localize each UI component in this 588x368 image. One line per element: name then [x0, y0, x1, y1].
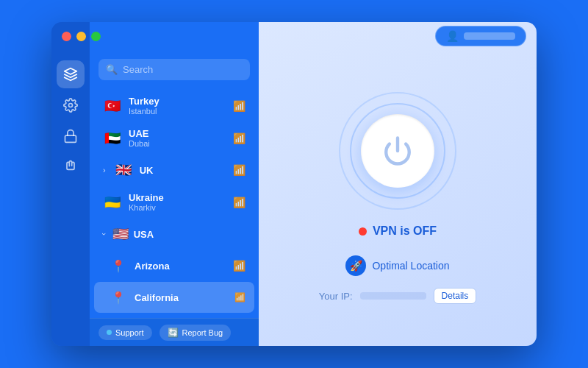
bug-icon: 🔄	[168, 328, 179, 338]
details-button[interactable]: Details	[434, 288, 477, 304]
flag-uk: 🇬🇧	[114, 160, 133, 180]
server-info-usa: USA	[134, 229, 245, 240]
power-button[interactable]	[361, 114, 434, 188]
ip-row: Your IP: Details	[319, 288, 476, 304]
signal-turkey: 📶	[233, 100, 245, 112]
server-city-turkey: Istanbul	[129, 107, 226, 116]
server-item-uae[interactable]: 🇦🇪 UAE Dubai 📶	[94, 122, 254, 154]
status-dot	[359, 227, 367, 236]
signal-arizona: 📶	[233, 260, 245, 272]
power-icon	[382, 135, 413, 166]
flag-turkey: 🇹🇷	[103, 96, 122, 116]
optimal-location-text: Optimal Location	[372, 260, 449, 272]
sidebar-item-protection[interactable]	[57, 153, 85, 181]
ip-value-masked	[360, 292, 426, 300]
location-icon-california: 📍	[109, 288, 128, 307]
search-box[interactable]: 🔍	[98, 59, 250, 80]
ip-label: Your IP:	[319, 291, 353, 302]
user-icon: 👤	[446, 30, 459, 42]
sidebar	[51, 22, 90, 346]
report-label: Report Bug	[182, 328, 223, 337]
expand-arrow-uk: ›	[103, 166, 106, 174]
svg-rect-1	[65, 135, 76, 142]
server-name-uae: UAE	[129, 128, 226, 139]
flag-uae: 🇦🇪	[103, 129, 122, 148]
server-name-usa: USA	[134, 229, 245, 240]
search-icon: 🔍	[106, 64, 118, 75]
server-name-turkey: Turkey	[129, 96, 226, 107]
user-name-masked	[464, 32, 515, 40]
support-button[interactable]: Support	[98, 325, 152, 340]
vpn-status-text: VPN is OFF	[373, 224, 437, 238]
flag-usa: 🇺🇸	[111, 224, 130, 244]
rocket-icon: 🚀	[345, 255, 366, 276]
server-info-arizona: Arizona	[135, 261, 226, 272]
location-icon-arizona: 📍	[109, 256, 128, 275]
server-info-ukraine: Ukraine Kharkiv	[129, 192, 226, 212]
server-info-california: California	[135, 292, 228, 303]
sidebar-item-security[interactable]	[57, 122, 85, 150]
server-name-california: California	[135, 292, 228, 303]
server-panel: 🔍 🇹🇷 Turkey Istanbul 📶 🇦🇪 UAE Dubai	[90, 22, 259, 346]
search-input[interactable]	[123, 64, 243, 75]
signal-uk: 📶	[233, 164, 245, 176]
bottom-bar: Support 🔄 Report Bug	[90, 318, 259, 346]
vpn-status: VPN is OFF	[359, 224, 437, 238]
flag-ukraine: 🇺🇦	[103, 193, 122, 212]
report-bug-button[interactable]: 🔄 Report Bug	[159, 325, 232, 341]
server-item-arizona[interactable]: 📍 Arizona 📶	[94, 250, 254, 281]
support-label: Support	[115, 328, 144, 337]
server-city-ukraine: Kharkiv	[129, 203, 226, 212]
server-item-usa[interactable]: › 🇺🇸 USA	[94, 219, 254, 250]
signal-ukraine: 📶	[233, 197, 245, 208]
server-name-arizona: Arizona	[135, 261, 226, 272]
main-content: VPN is OFF 🚀 Optimal Location Your IP: D…	[259, 22, 537, 346]
server-name-uk: UK	[140, 165, 226, 176]
server-info-uae: UAE Dubai	[129, 128, 226, 148]
window-controls	[62, 32, 101, 41]
close-button[interactable]	[62, 32, 71, 41]
minimize-button[interactable]	[76, 32, 86, 41]
optimal-location[interactable]: 🚀 Optimal Location	[345, 255, 449, 276]
server-name-ukraine: Ukraine	[129, 192, 226, 203]
signal-california: 📶	[234, 292, 245, 302]
server-info-turkey: Turkey Istanbul	[129, 96, 226, 116]
svg-point-0	[69, 104, 73, 107]
server-city-uae: Dubai	[129, 139, 226, 148]
user-badge[interactable]: 👤	[435, 26, 526, 46]
server-info-uk: UK	[140, 165, 226, 176]
server-item-uk[interactable]: › 🇬🇧 UK 📶	[94, 155, 254, 185]
expand-arrow-usa: ›	[100, 233, 109, 236]
sidebar-item-settings[interactable]	[57, 91, 85, 119]
app-window: 👤 🔍 🇹🇷 Turkey Is	[51, 22, 537, 346]
support-dot	[107, 330, 112, 335]
server-item-turkey[interactable]: 🇹🇷 Turkey Istanbul 📶	[94, 90, 254, 121]
signal-uae: 📶	[233, 132, 245, 144]
power-button-wrap	[339, 92, 456, 210]
server-item-california[interactable]: 📍 California 📶	[94, 282, 254, 313]
sidebar-item-servers[interactable]	[57, 60, 85, 88]
maximize-button[interactable]	[91, 32, 101, 41]
title-bar: 👤	[51, 22, 537, 50]
server-list: 🇹🇷 Turkey Istanbul 📶 🇦🇪 UAE Dubai 📶 ›	[90, 86, 259, 346]
server-item-ukraine[interactable]: 🇺🇦 Ukraine Kharkiv 📶	[94, 186, 254, 218]
